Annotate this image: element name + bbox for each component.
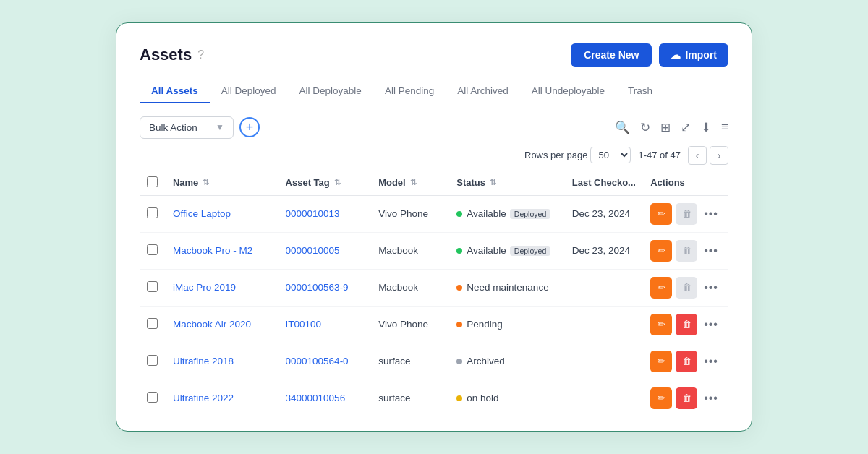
row-checkbox[interactable]	[147, 244, 158, 255]
status-text: Pending	[467, 319, 503, 330]
th-model: Model ⇅	[371, 171, 449, 196]
tab-all-deployed[interactable]: All Deployed	[210, 80, 288, 103]
add-circle-button[interactable]: +	[239, 117, 260, 137]
row-checkbox[interactable]	[147, 281, 158, 292]
status-cell: Pending	[456, 319, 557, 330]
edit-button[interactable]: ✏	[650, 314, 672, 335]
edit-button[interactable]: ✏	[650, 351, 672, 372]
asset-model: Vivo Phone	[371, 195, 449, 232]
edit-button[interactable]: ✏	[650, 203, 672, 225]
status-dot	[456, 322, 462, 327]
more-options-button[interactable]: •••	[701, 280, 721, 296]
actions-cell: ✏🗑•••	[650, 387, 721, 409]
select-all-checkbox[interactable]	[147, 176, 158, 187]
download-icon[interactable]: ⬇	[701, 120, 711, 135]
table-header-row: Name ⇅ Asset Tag ⇅ Model ⇅	[140, 171, 728, 196]
actions-cell: ✏🗑•••	[650, 314, 721, 335]
import-button[interactable]: ☁ Import	[659, 43, 728, 67]
create-new-button[interactable]: Create New	[571, 43, 652, 67]
tab-trash[interactable]: Trash	[616, 80, 664, 103]
more-options-button[interactable]: •••	[701, 390, 721, 406]
asset-name-link[interactable]: Ultrafine 2022	[173, 393, 234, 403]
toolbar: Bulk Action ▼ + 🔍 ↻ ⊞ ⤢ ⬇ ≡	[140, 116, 728, 139]
delete-button-disabled[interactable]: 🗑	[676, 277, 697, 299]
edit-button[interactable]: ✏	[650, 277, 672, 299]
status-dot	[456, 359, 462, 364]
row-checkbox[interactable]	[147, 355, 158, 366]
table-row: Ultrafine 20180000100564-0surfaceArchive…	[140, 343, 728, 380]
tab-all-undeployable[interactable]: All Undeployable	[520, 80, 616, 103]
grid-view-icon[interactable]: ⊞	[660, 120, 671, 135]
rows-per-page-control: Rows per page 50 25 100	[524, 147, 631, 163]
status-text: on hold	[467, 393, 498, 403]
tag-sort-icon[interactable]: ⇅	[334, 178, 341, 187]
more-options-button[interactable]: •••	[701, 354, 721, 369]
tab-bar: All AssetsAll DeployedAll DeployableAll …	[140, 80, 728, 103]
refresh-icon[interactable]: ↻	[640, 120, 650, 135]
asset-tag-link[interactable]: 0000100563-9	[286, 282, 349, 293]
more-options-button[interactable]: •••	[701, 243, 721, 259]
more-options-button[interactable]: •••	[701, 317, 721, 333]
status-badge: Deployed	[510, 246, 550, 256]
expand-icon[interactable]: ⤢	[681, 120, 691, 135]
edit-button[interactable]: ✏	[650, 387, 672, 409]
last-check-date	[565, 343, 643, 380]
status-cell: on hold	[456, 393, 557, 403]
help-icon[interactable]: ?	[197, 48, 204, 61]
next-page-button[interactable]: ›	[710, 146, 728, 165]
bulk-action-dropdown[interactable]: Bulk Action ▼	[140, 116, 234, 139]
rows-per-page-label: Rows per page	[524, 150, 587, 160]
search-icon[interactable]: 🔍	[615, 120, 630, 135]
delete-button[interactable]: 🗑	[676, 351, 697, 372]
row-checkbox[interactable]	[147, 318, 158, 329]
actions-cell: ✏🗑•••	[650, 351, 721, 372]
table-row: Office Laptop0000010013Vivo PhoneAvailab…	[140, 195, 728, 232]
tab-all-pending[interactable]: All Pending	[373, 80, 446, 103]
asset-model: surface	[371, 380, 449, 416]
import-cloud-icon: ☁	[671, 49, 681, 61]
prev-page-button[interactable]: ‹	[688, 146, 707, 165]
last-check-date	[565, 306, 643, 343]
more-options-button[interactable]: •••	[701, 206, 721, 222]
rows-per-page-select[interactable]: 50 25 100	[590, 147, 631, 163]
delete-button[interactable]: 🗑	[676, 314, 697, 335]
toolbar-left: Bulk Action ▼ +	[140, 116, 260, 139]
model-sort-icon[interactable]: ⇅	[410, 178, 417, 187]
delete-button-disabled[interactable]: 🗑	[676, 240, 697, 262]
status-dot	[456, 395, 462, 401]
bulk-action-label: Bulk Action	[149, 122, 197, 133]
row-checkbox[interactable]	[147, 392, 158, 403]
asset-name-link[interactable]: Macbook Pro - M2	[173, 245, 252, 256]
tab-all-assets[interactable]: All Assets	[140, 80, 210, 103]
th-actions: Actions	[643, 171, 728, 196]
asset-name-link[interactable]: Office Laptop	[173, 208, 231, 219]
tab-all-deployable[interactable]: All Deployable	[288, 80, 373, 103]
assets-table: Name ⇅ Asset Tag ⇅ Model ⇅	[140, 171, 728, 416]
asset-name-link[interactable]: iMac Pro 2019	[173, 282, 236, 293]
status-text: Need maintenance	[467, 282, 548, 293]
last-check-date: Dec 23, 2024	[565, 232, 643, 269]
status-cell: Archived	[456, 356, 557, 367]
asset-name-link[interactable]: Ultrafine 2018	[173, 356, 234, 367]
table-row: iMac Pro 20190000100563-9MacbookNeed mai…	[140, 269, 728, 306]
asset-tag-link[interactable]: 0000100564-0	[286, 356, 349, 367]
delete-button-disabled[interactable]: 🗑	[676, 203, 697, 225]
table-row: Macbook Air 2020IT00100Vivo PhonePending…	[140, 306, 728, 343]
toolbar-right: 🔍 ↻ ⊞ ⤢ ⬇ ≡	[615, 120, 728, 135]
row-checkbox[interactable]	[147, 207, 158, 218]
name-sort-icon[interactable]: ⇅	[203, 178, 209, 187]
filter-icon[interactable]: ≡	[721, 120, 728, 134]
asset-tag-link[interactable]: IT00100	[286, 319, 322, 330]
asset-tag-link[interactable]: 34000010056	[286, 393, 346, 403]
page-header: Assets ? Create New ☁ Import	[140, 43, 728, 67]
status-cell: AvailableDeployed	[456, 245, 557, 256]
tab-all-archived[interactable]: All Archived	[446, 80, 520, 103]
edit-button[interactable]: ✏	[650, 240, 672, 262]
main-card: Assets ? Create New ☁ Import All AssetsA…	[116, 22, 752, 432]
asset-tag-link[interactable]: 0000010013	[286, 208, 340, 219]
status-sort-icon[interactable]: ⇅	[490, 178, 496, 187]
asset-tag-link[interactable]: 0000010005	[286, 245, 340, 256]
asset-name-link[interactable]: Macbook Air 2020	[173, 319, 251, 330]
delete-button[interactable]: 🗑	[676, 387, 697, 409]
actions-cell: ✏🗑•••	[650, 240, 721, 262]
